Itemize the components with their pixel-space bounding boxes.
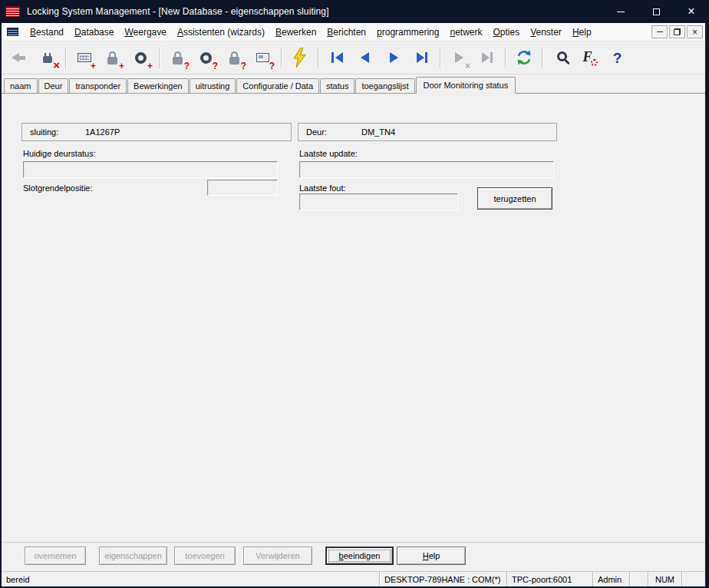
close-button[interactable]: ×: [674, 0, 709, 23]
tab-configuratie-data[interactable]: Configuratie / Data: [236, 78, 319, 93]
disconnect-button[interactable]: ×: [33, 45, 61, 71]
help-action-button[interactable]: Help: [397, 547, 466, 565]
status-num-lock: NUM: [648, 572, 681, 586]
menu-label: programmering: [377, 27, 439, 38]
read-lock-button[interactable]: ?: [163, 45, 192, 71]
menu-label: Venster: [530, 27, 562, 38]
menu-programmering[interactable]: programmering: [371, 25, 444, 40]
search-icon: [557, 51, 567, 61]
bolt-position-label: Slotgrendelpositie:: [23, 183, 93, 193]
nav-last-icon: [415, 51, 429, 64]
menu-help[interactable]: Help: [567, 25, 597, 40]
window-controls: ×: [603, 0, 709, 23]
program-button[interactable]: [285, 45, 314, 71]
titlebar: Locking System Management - [New Databas…: [0, 0, 709, 23]
minimize-button[interactable]: [603, 0, 638, 23]
add-lock-button[interactable]: +: [98, 45, 127, 71]
toolbar-separator: [440, 48, 440, 68]
menu-berichten[interactable]: Berichten: [322, 25, 371, 40]
lock-id-group: sluiting: 1A1267P: [21, 123, 292, 141]
tab-transponder[interactable]: transponder: [69, 78, 127, 93]
tab-uitrusting[interactable]: uitrusting: [190, 78, 236, 93]
menu-label: Assistenten (wizards): [177, 27, 265, 38]
read-transponder-icon: [200, 52, 212, 64]
tab-bewerkingen[interactable]: Bewerkingen: [127, 78, 189, 93]
deactivate-button: ×: [444, 45, 473, 71]
last-error-label: Laatste fout:: [299, 183, 346, 193]
last-error-field[interactable]: [299, 193, 458, 210]
nav-prev-button[interactable]: [351, 45, 379, 71]
mdi-close-button[interactable]: ×: [687, 25, 703, 38]
skip-end-button: [473, 45, 501, 71]
menu-netwerk[interactable]: netwerk: [444, 25, 487, 40]
read-reader-icon: [256, 53, 269, 62]
toolbar-separator: [159, 48, 160, 68]
refresh-icon: [516, 49, 533, 66]
x-overlay-icon: ×: [465, 61, 470, 71]
tab-toegangslijst[interactable]: toegangslijst: [355, 78, 414, 93]
menu-bestand[interactable]: Bestand: [25, 25, 69, 40]
read-transponder-button[interactable]: ?: [192, 45, 220, 71]
mdi-close-icon: ×: [692, 28, 697, 37]
door-id-value: DM_TN4: [361, 127, 395, 137]
lock-id-label: sluiting:: [30, 127, 85, 137]
menu-opties[interactable]: Opties: [487, 25, 525, 40]
gear-icon: [591, 59, 598, 66]
door-monitoring-panel: sluiting: 1A1267P Deur: DM_TN4 Huidige d…: [2, 94, 705, 542]
plus-overlay-icon: +: [147, 61, 153, 71]
toolbar-separator: [281, 48, 282, 68]
help-button[interactable]: ?: [603, 45, 632, 71]
menu-assistenten[interactable]: Assistenten (wizards): [172, 25, 270, 40]
nav-next-button[interactable]: [379, 45, 407, 71]
add-transponder-icon: [135, 52, 147, 64]
transfer-icon: [12, 53, 26, 63]
nav-last-button[interactable]: [407, 45, 436, 71]
maximize-button[interactable]: [638, 0, 674, 23]
add-reader-icon: [77, 53, 91, 62]
menu-venster[interactable]: Venster: [525, 25, 567, 40]
mdi-restore-button[interactable]: [669, 25, 685, 38]
properties-button: eigenschappen: [99, 547, 167, 565]
disconnect-icon: [43, 56, 52, 63]
nav-first-button[interactable]: [322, 45, 351, 71]
search-button[interactable]: [546, 45, 575, 71]
tab-status[interactable]: status: [320, 78, 354, 93]
current-door-status-field[interactable]: [23, 161, 278, 178]
refresh-button[interactable]: [509, 45, 538, 71]
toolbar-separator: [542, 48, 542, 68]
question-overlay-icon: ?: [269, 61, 275, 71]
app-logo-icon: [5, 6, 20, 17]
delete-button: Verwijderen: [243, 547, 312, 565]
plus-overlay-icon: +: [91, 61, 96, 71]
skip-x-icon: [452, 51, 466, 64]
mdi-window-controls: ×: [650, 25, 705, 38]
finish-button[interactable]: beeindigen: [325, 547, 394, 565]
bolt-position-field[interactable]: [207, 180, 278, 196]
question-overlay-icon: ?: [184, 61, 190, 71]
reset-button[interactable]: terugzetten: [477, 187, 552, 210]
menu-bewerken[interactable]: Bewerken: [270, 25, 322, 40]
status-user: Admin: [592, 572, 629, 586]
read-lock-alt-button[interactable]: ?: [220, 45, 249, 71]
menu-database[interactable]: Database: [69, 25, 119, 40]
last-update-field[interactable]: [299, 161, 554, 178]
filter-config-button[interactable]: F: [575, 45, 603, 71]
tab-door-monitoring-status[interactable]: Door Monitoring status: [416, 77, 516, 94]
mdi-minimize-button[interactable]: [651, 25, 668, 38]
maximize-icon: [653, 8, 660, 15]
window-title: Locking System Management - [New Databas…: [27, 6, 329, 17]
tab-deur[interactable]: Deur: [38, 78, 69, 93]
add-transponder-button[interactable]: +: [127, 45, 155, 71]
mdi-minimize-icon: [657, 31, 663, 32]
menu-weergave[interactable]: Weergave: [119, 25, 171, 40]
tab-naam[interactable]: naam: [4, 78, 38, 93]
door-id-label: Deur:: [306, 127, 361, 137]
nav-first-icon: [330, 51, 344, 64]
resize-grip[interactable]: [681, 572, 705, 586]
tab-bar: naam Deur transponder Bewerkingen uitrus…: [2, 74, 705, 94]
status-cell-empty: [629, 572, 648, 586]
add-reader-button[interactable]: +: [70, 45, 98, 71]
read-reader-button[interactable]: ?: [249, 45, 277, 71]
close-icon: ×: [688, 5, 694, 18]
status-bar: bereid DESKTOP-789HANE : COM(*) TPC-poor…: [2, 571, 705, 586]
